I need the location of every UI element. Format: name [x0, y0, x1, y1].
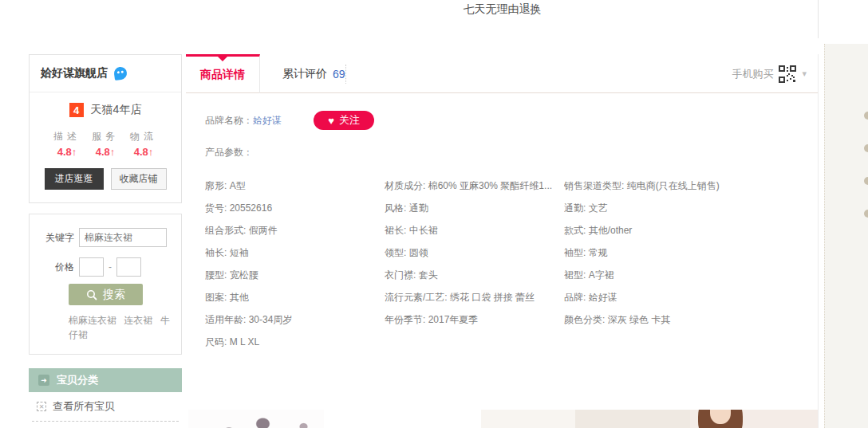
rail-dot	[864, 210, 868, 218]
mobile-buy-dropdown[interactable]: 手机购买 ▾	[732, 54, 807, 93]
tmall-badge-number: 4	[69, 103, 84, 117]
return-policy-notice: 七天无理由退换	[186, 2, 819, 17]
up-arrow-icon: ↑	[110, 146, 116, 158]
chevron-down-icon: ▾	[802, 69, 807, 79]
param-cell: 领型: 圆领	[385, 241, 564, 264]
price-min-input[interactable]	[79, 257, 104, 277]
search-button[interactable]: 搜索	[69, 284, 143, 305]
param-cell: 流行元素/工艺: 绣花 口袋 拼接 蕾丝	[385, 286, 564, 308]
param-cell: 货号: 20552616	[205, 197, 385, 219]
wangwang-chat-icon[interactable]	[113, 66, 128, 80]
top-right-divider	[818, 0, 819, 38]
product-photo-strip	[186, 410, 818, 428]
product-params-grid: 廓形: A型 材质成分: 棉60% 亚麻30% 聚酯纤维1... 销售渠道类型:…	[205, 175, 819, 353]
qr-code-icon	[779, 65, 796, 83]
up-arrow-icon: ↑	[72, 146, 77, 158]
rating-service: 服务 4.8↑	[92, 130, 119, 158]
shop-search-panel: 关键字 价格 - 搜索 棉麻连衣裙 连衣裙 牛仔裙	[29, 214, 182, 355]
shop-name: 姶好谋旗舰店	[41, 66, 108, 80]
param-cell: 年份季节: 2017年夏季	[385, 308, 564, 331]
follow-brand-button[interactable]: ♥ 关注	[314, 111, 374, 130]
favorite-shop-button[interactable]: 收藏店铺	[111, 168, 167, 190]
shop-header: 姶好谋旗舰店	[30, 55, 181, 92]
floral-detail-photo	[188, 410, 324, 428]
hot-link[interactable]: 连衣裙	[124, 315, 152, 326]
tab-reviews[interactable]: 累计评价 69	[271, 54, 357, 93]
tmall-years-badge: 4 天猫4年店	[30, 103, 181, 117]
product-detail-panel: 商品详情 累计评价 69 手机购买 ▾	[186, 54, 819, 428]
right-rail	[824, 44, 868, 428]
price-range-separator: -	[108, 261, 112, 273]
keyword-label: 关键字	[41, 231, 74, 245]
heart-icon: ♥	[328, 115, 334, 127]
rating-description: 描述 4.8↑	[53, 130, 81, 158]
param-cell: 裙长: 中长裙	[385, 219, 564, 241]
param-cell: 裙型: A字裙	[564, 264, 819, 286]
rail-dot	[864, 177, 868, 185]
model-green-top	[673, 410, 768, 428]
param-cell: 销售渠道类型: 纯电商(只在线上销售)	[564, 175, 819, 197]
rail-dot	[864, 112, 868, 120]
view-all-icon: ✕	[37, 402, 46, 411]
enter-shop-button[interactable]: 进店逛逛	[45, 168, 104, 190]
param-cell: 袖长: 短袖	[205, 241, 385, 264]
brand-row: 品牌名称： 姶好谋 ♥ 关注	[205, 111, 374, 130]
up-arrow-icon: ↑	[148, 146, 154, 158]
param-cell: 适用年龄: 30-34周岁	[205, 308, 385, 331]
price-label: 价格	[41, 261, 74, 274]
view-all-label: 查看所有宝贝	[53, 399, 115, 414]
detail-content: 品牌名称： 姶好谋 ♥ 关注 产品参数： 廓形: A型 材质成分: 棉60% 亚…	[186, 93, 818, 428]
category-section-header[interactable]: ➜ 宝贝分类	[29, 368, 182, 392]
param-cell: 通勤: 文艺	[564, 197, 819, 219]
params-title: 产品参数：	[205, 146, 253, 159]
param-cell: 组合形式: 假两件	[205, 219, 385, 241]
param-cell: 尺码: M L XL	[205, 331, 385, 353]
param-cell: 颜色分类: 深灰 绿色 卡其	[564, 308, 819, 331]
rating-logistics: 物流 4.8↑	[130, 130, 157, 158]
param-cell	[564, 331, 819, 353]
view-all-items-link[interactable]: ✕ 查看所有宝贝	[29, 392, 182, 421]
magnifier-icon	[86, 289, 97, 300]
shop-info-panel: 姶好谋旗舰店 4 天猫4年店 描述 4.8↑ 服务 4.8↑ 物流 4.8↑ 进…	[29, 54, 182, 203]
param-cell	[385, 331, 564, 353]
tmall-badge-label: 天猫4年店	[91, 103, 142, 117]
price-max-input[interactable]	[116, 257, 141, 277]
brand-label: 品牌名称：	[205, 114, 253, 128]
detail-tab-bar: 商品详情 累计评价 69 手机购买 ▾	[186, 54, 818, 93]
category-header-label: 宝贝分类	[57, 373, 98, 387]
param-cell: 品牌: 姶好谋	[564, 286, 819, 308]
hot-link[interactable]: 棉麻连衣裙	[69, 315, 116, 326]
active-tab-pointer-icon	[218, 57, 227, 61]
rail-dot	[864, 144, 868, 152]
param-cell: 腰型: 宽松腰	[205, 264, 385, 286]
param-cell: 款式: 其他/other	[564, 219, 819, 241]
param-cell: 廓形: A型	[205, 175, 385, 197]
param-cell: 袖型: 常规	[564, 241, 819, 264]
review-count: 69	[333, 68, 345, 80]
param-cell: 衣门襟: 套头	[385, 264, 564, 286]
hot-search-links: 棉麻连衣裙 连衣裙 牛仔裙	[69, 313, 176, 342]
brand-link[interactable]: 姶好谋	[253, 114, 282, 128]
param-cell: 材质成分: 棉60% 亚麻30% 聚酯纤维1...	[385, 175, 564, 197]
tab-product-detail[interactable]: 商品详情	[186, 54, 260, 93]
param-cell: 风格: 通勤	[385, 197, 564, 219]
shop-ratings: 描述 4.8↑ 服务 4.8↑ 物流 4.8↑	[30, 130, 181, 158]
keyword-input[interactable]	[79, 228, 167, 247]
tab-divider	[345, 65, 346, 84]
param-cell: 图案: 其他	[205, 286, 385, 308]
sidebar-divider	[32, 421, 179, 422]
arrow-right-icon: ➜	[38, 375, 49, 386]
